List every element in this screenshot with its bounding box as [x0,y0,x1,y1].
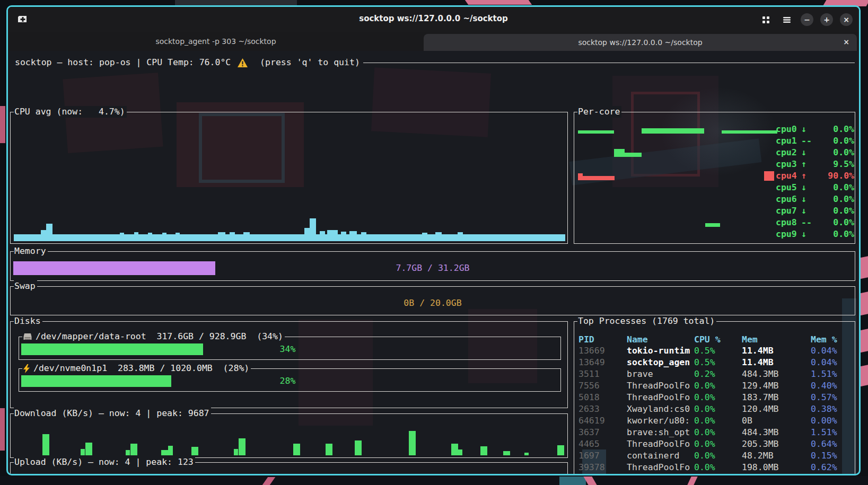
process-mem: 48.2MB [742,450,811,462]
process-mem: 484.3MB [742,427,811,438]
column-header: Name [627,334,694,346]
process-mem: 484.3MB [742,368,811,380]
close-button[interactable]: × [840,13,853,26]
hamburger-menu-icon[interactable] [781,13,793,26]
maximize-button[interactable]: + [820,13,833,26]
cpu-history-bar [46,224,52,234]
disk-gauge: 34% [21,343,554,355]
download-history-bar [168,446,173,455]
header-text: socktop — host: pop-os | CPU Temp: 76.0°… [15,57,236,68]
disk-data-root: /dev/mapper/data-root 317.6GB / 928.9GB … [19,337,561,360]
upload-sparkline [11,466,567,475]
swap-title: Swap [14,280,37,292]
process-name: ThreadPoolFo [627,380,694,392]
tab-label: socktop ws://127.0.0.0 ~/socktop [578,38,702,47]
core-val: 0.0% [815,217,854,228]
process-pid: 9631 [578,473,627,475]
core-trend: ↓ [801,228,815,240]
process-row[interactable]: 4465ThreadPoolFo0.0%205.3MB0.64% [578,438,853,450]
disk-title: /dev/nvme0n1p1 283.8MB / 1020.0MB (28%) [33,363,249,374]
minimize-button[interactable]: − [801,13,813,26]
header-suffix: (press 'q' to quit) [249,57,360,68]
wallpaper-pink-left-2 [0,408,5,451]
process-row[interactable]: 39378ThreadPoolFo0.0%198.0MB0.62% [578,462,853,473]
process-mem: 184.5MB [742,473,811,475]
process-name: ThreadPoolFo [627,392,694,403]
grid-view-icon[interactable] [759,13,772,26]
process-pid: 4465 [578,438,627,450]
process-row[interactable]: 13649socktop_agen0.5%11.4MB0.04% [578,357,853,368]
column-header: CPU % [694,334,742,346]
upload-panel: Upload (KB/s) — now: 4 | peak: 123 [10,462,568,475]
disk-drive-icon [23,332,32,341]
memory-gauge-label: 7.7GB / 31.2GB [13,261,852,275]
wallpaper-bottom-strip [0,476,868,485]
memory-panel: Memory 7.7GB / 31.2GB [10,251,855,281]
process-row[interactable]: 3511brave0.2%484.3MB1.51% [578,368,853,380]
download-history-bar [81,449,85,455]
process-row[interactable]: 5018ThreadPoolFo0.0%183.7MB0.57% [578,392,853,403]
core-name: cpu3 [776,158,801,170]
cpu-avg-title: CPU avg (now: 4.7%) [14,106,127,118]
core-row-cpu6: cpu6↓0.0% [776,193,854,205]
download-history-bar [524,453,529,455]
core-val: 0.0% [815,124,854,135]
process-cpu: 0.0% [694,450,742,462]
process-cpu: 0.0% [694,427,742,438]
download-history-bar [234,449,238,455]
process-mem: 0B [742,415,811,427]
process-mem: 11.4MB [742,357,811,368]
process-row[interactable]: 64619kworker/u80:0.0%0B0.00% [578,415,853,427]
process-row[interactable]: 9631code0.0%184.5MB0.58% [578,473,853,475]
process-row[interactable]: 7556ThreadPoolFo0.0%129.4MB0.40% [578,380,853,392]
process-memp: 0.15% [811,450,853,462]
disk-gauge-label: 28% [21,375,554,387]
process-cpu: 0.0% [694,462,742,473]
core-name: cpu1 [776,135,801,147]
column-header: Mem [742,334,811,346]
download-panel: Download (KB/s) — now: 4 | peak: 9687 [10,413,568,458]
core-row-cpu1: cpu1--0.0% [776,135,854,147]
process-cpu: 0.0% [694,403,742,415]
tab-socktop[interactable]: socktop ws://127.0.0.0 ~/socktop × [424,34,857,51]
download-history-bar [130,444,137,455]
tab-socktop-agent[interactable]: socktop_agent -p 303 ~/socktop [8,32,424,51]
core-row-cpu0: cpu0↓0.0% [776,124,854,135]
cpu-history-bar [230,232,235,234]
process-row[interactable]: 1697containerd0.0%48.2MB0.15% [578,450,853,462]
cpu-history-bar [120,233,124,234]
process-memp: 0.62% [811,462,853,473]
memory-title: Memory [14,245,48,257]
cpu-history-bar [162,233,166,234]
column-header: Mem % [811,334,853,346]
process-pid: 1697 [578,450,627,462]
process-pid: 39378 [578,462,627,473]
process-cpu: 0.0% [694,438,742,450]
core-row-cpu7: cpu7↓0.0% [776,205,854,217]
download-history-bar [458,449,462,455]
core-name: cpu6 [776,193,801,205]
cpu-history-bar [422,233,427,234]
cpu-avg-panel: CPU avg (now: 4.7%) [10,112,568,244]
process-pid: 7556 [578,380,627,392]
wallpaper-pink-bottom-1 [262,477,276,485]
core-row-cpu3: cpu3↑9.5% [776,158,854,170]
tab-label: socktop_agent -p 303 ~/socktop [155,37,276,46]
cpu-history-bar [361,232,366,234]
tab-close-icon[interactable]: × [843,38,849,46]
top-processes-panel: Top Processes (1769 total) PIDNameCPU %M… [574,321,855,475]
process-memp: 0.04% [811,345,853,357]
process-row[interactable]: 13669tokio-runtim0.5%11.4MB0.04% [578,345,853,357]
download-history-bar [326,444,332,455]
process-row[interactable]: 3637brave:sh_opt0.0%484.3MB1.51% [578,427,853,438]
process-pid: 3511 [578,368,627,380]
process-row[interactable]: 2633Xwayland:cs00.0%120.4MB0.38% [578,403,853,415]
cpu-history-bar [304,228,310,234]
core-name: cpu7 [776,205,801,217]
download-history-bar [239,438,246,455]
core-trend: ↓ [801,182,815,193]
core-trend: -- [801,135,815,147]
process-memp: 0.00% [811,415,853,427]
core-row-cpu8: cpu8--0.0% [776,217,854,228]
swap-gauge-label: 0B / 20.0GB [13,296,852,310]
